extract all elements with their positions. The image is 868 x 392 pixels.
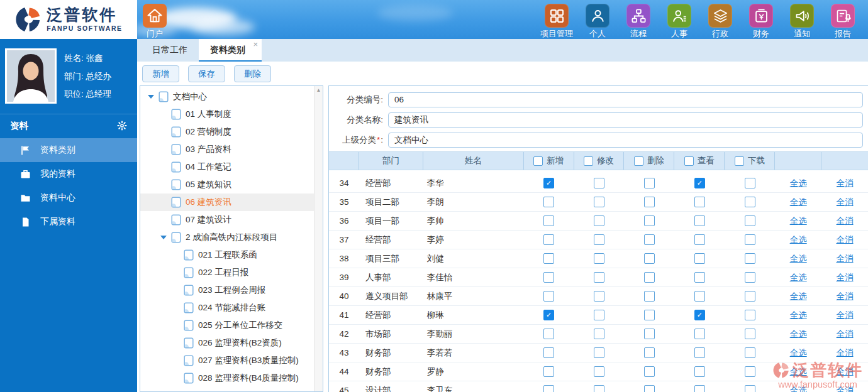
expander-icon[interactable]	[148, 95, 154, 99]
category-name-input[interactable]: 建筑资讯	[388, 112, 863, 128]
tree-item[interactable]: 027 监理资料(B3质量控制)	[140, 352, 314, 369]
perm-checkbox[interactable]	[694, 366, 705, 377]
add-button[interactable]: 新增	[142, 65, 179, 82]
perm-checkbox[interactable]	[694, 272, 705, 283]
tree-item[interactable]: 2 成渝高铁内江标段项目	[140, 229, 314, 246]
perm-checkbox[interactable]	[594, 253, 604, 264]
perm-checkbox[interactable]	[543, 347, 554, 358]
nav-item-hr[interactable]: 人事	[662, 4, 697, 40]
tree-item[interactable]: 06 建筑资讯	[140, 193, 314, 211]
perm-checkbox[interactable]	[745, 310, 755, 320]
perm-checkbox[interactable]	[694, 291, 705, 302]
tab-daily-work[interactable]: 日常工作	[141, 39, 199, 62]
tree-item[interactable]: 02 营销制度	[140, 123, 314, 141]
perm-checkbox[interactable]	[644, 253, 655, 264]
tree-item[interactable]: 023 工程例会周报	[140, 281, 314, 299]
clear-all-link[interactable]: 全消	[837, 329, 854, 340]
perm-checkbox[interactable]	[745, 329, 755, 339]
perm-checkbox[interactable]	[543, 197, 554, 207]
sidebar-item-data-category[interactable]: 资料类别	[0, 138, 137, 162]
tree-item[interactable]: 024 节能减排台账	[140, 299, 314, 317]
sidebar-item-subordinate-data[interactable]: 下属资料	[0, 210, 137, 234]
perm-checkbox[interactable]	[745, 385, 755, 392]
clear-all-link[interactable]: 全消	[837, 215, 854, 227]
perm-checkbox[interactable]	[644, 291, 655, 302]
perm-checkbox[interactable]	[594, 215, 604, 226]
perm-checkbox[interactable]	[745, 215, 755, 226]
tree-scrollbar[interactable]: ▲	[314, 86, 323, 391]
sidebar-item-data-center[interactable]: 资料中心	[0, 186, 137, 210]
tree-item[interactable]: 03 产品资料	[140, 141, 314, 158]
clear-all-link[interactable]: 全消	[837, 291, 854, 302]
clear-all-link[interactable]: 全消	[837, 197, 854, 208]
expander-icon[interactable]	[160, 236, 167, 239]
perm-checkbox[interactable]	[543, 234, 554, 245]
select-all-link[interactable]: 全选	[790, 385, 807, 392]
perm-checkbox[interactable]	[594, 329, 604, 339]
nav-item-project-management[interactable]: 项目管理	[539, 4, 574, 40]
select-all-link[interactable]: 全选	[790, 272, 807, 283]
sidebar-item-my-data[interactable]: 我的资料	[0, 162, 137, 186]
perm-checkbox[interactable]	[745, 178, 755, 188]
perm-checkbox[interactable]	[644, 366, 655, 377]
clear-all-link[interactable]: 全消	[837, 253, 854, 264]
perm-checkbox[interactable]	[594, 272, 604, 283]
perm-checkbox[interactable]	[644, 178, 655, 188]
perm-checkbox[interactable]	[745, 272, 755, 283]
perm-checkbox[interactable]	[644, 347, 655, 358]
tree-item[interactable]: 01 人事制度	[140, 106, 314, 123]
perm-checkbox[interactable]	[543, 366, 554, 377]
close-icon[interactable]: ×	[253, 40, 258, 48]
clear-all-link[interactable]: 全消	[837, 366, 854, 378]
gear-icon[interactable]	[117, 121, 127, 131]
tree-item[interactable]: 04 工作笔记	[140, 158, 314, 176]
perm-checkbox[interactable]	[594, 197, 604, 207]
nav-item-personal[interactable]: 个人	[580, 4, 615, 40]
header-checkbox[interactable]	[684, 156, 694, 166]
clear-all-link[interactable]: 全消	[837, 385, 854, 392]
select-all-link[interactable]: 全选	[790, 253, 807, 264]
tab-data-category[interactable]: 资料类别×	[199, 39, 262, 62]
clear-all-link[interactable]: 全消	[837, 272, 854, 283]
perm-checkbox[interactable]	[594, 347, 604, 358]
nav-item-portal[interactable]: 门户	[140, 4, 170, 40]
nav-item-admin[interactable]: 行政	[703, 4, 738, 40]
perm-checkbox[interactable]	[694, 234, 705, 245]
select-all-link[interactable]: 全选	[790, 234, 807, 246]
tree-item[interactable]: 05 建筑知识	[140, 176, 314, 193]
perm-checkbox[interactable]	[694, 253, 705, 264]
perm-checkbox[interactable]	[594, 234, 604, 245]
perm-checkbox[interactable]	[543, 310, 554, 320]
perm-checkbox[interactable]	[745, 234, 755, 245]
clear-all-link[interactable]: 全消	[837, 178, 854, 189]
perm-checkbox[interactable]	[644, 272, 655, 283]
select-all-link[interactable]: 全选	[790, 178, 807, 189]
header-checkbox[interactable]	[584, 156, 593, 166]
perm-checkbox[interactable]	[745, 366, 755, 377]
perm-checkbox[interactable]	[694, 197, 705, 207]
save-button[interactable]: 保存	[188, 65, 225, 82]
perm-checkbox[interactable]	[694, 347, 705, 358]
perm-checkbox[interactable]	[644, 234, 655, 245]
header-checkbox[interactable]	[735, 156, 744, 166]
perm-checkbox[interactable]	[745, 197, 755, 207]
select-all-link[interactable]: 全选	[790, 310, 807, 321]
perm-checkbox[interactable]	[745, 347, 755, 358]
select-all-link[interactable]: 全选	[790, 291, 807, 302]
select-all-link[interactable]: 全选	[790, 215, 807, 227]
perm-checkbox[interactable]	[694, 385, 705, 392]
perm-checkbox[interactable]	[644, 385, 655, 392]
nav-item-finance[interactable]: 财务	[743, 4, 779, 40]
tree-item[interactable]: 028 监理资料(B4质量控制)	[140, 369, 314, 387]
select-all-link[interactable]: 全选	[790, 329, 807, 340]
perm-checkbox[interactable]	[543, 291, 554, 302]
select-all-link[interactable]: 全选	[790, 366, 807, 378]
perm-checkbox[interactable]	[543, 329, 554, 339]
perm-checkbox[interactable]	[594, 178, 604, 188]
perm-checkbox[interactable]	[594, 366, 604, 377]
category-code-input[interactable]: 06	[388, 92, 863, 107]
select-all-link[interactable]: 全选	[790, 197, 807, 208]
header-checkbox[interactable]	[634, 156, 643, 166]
perm-checkbox[interactable]	[543, 253, 554, 264]
scroll-up-icon[interactable]: ▲	[314, 86, 323, 95]
